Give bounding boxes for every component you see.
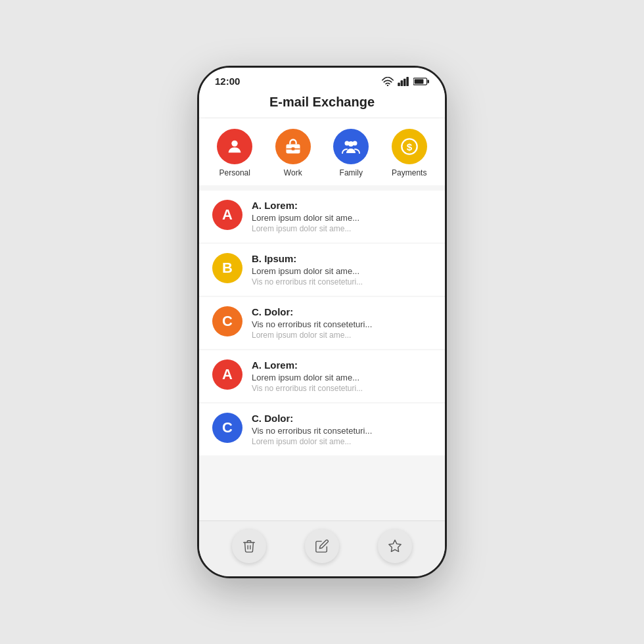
email-item[interactable]: A A. Lorem: Lorem ipsum dolor sit ame...… xyxy=(199,191,445,242)
work-icon-circle xyxy=(275,129,311,164)
email-preview: Lorem ipsum dolor sit ame... xyxy=(252,437,432,446)
avatar: A xyxy=(212,200,242,230)
svg-marker-17 xyxy=(389,540,401,551)
email-subject: Lorem ipsum dolor sit ame... xyxy=(252,373,432,382)
svg-rect-2 xyxy=(401,80,403,86)
app-title: E-mail Exchange xyxy=(269,95,375,109)
email-preview: Vis no erroribus rit conseteturi... xyxy=(252,277,432,287)
signal-icon xyxy=(398,77,409,86)
category-work[interactable]: Work xyxy=(275,129,311,177)
email-preview: Vis no erroribus rit conseteturi... xyxy=(252,384,432,393)
status-bar: 12:00 xyxy=(199,68,445,91)
wifi-icon xyxy=(382,77,394,86)
delete-button[interactable] xyxy=(232,529,266,563)
category-payments[interactable]: $ Payments xyxy=(392,129,427,177)
email-sender: A. Lorem: xyxy=(252,359,432,371)
category-personal[interactable]: Personal xyxy=(217,129,252,177)
family-group-icon xyxy=(342,137,360,156)
svg-rect-3 xyxy=(403,78,406,85)
email-preview: Lorem ipsum dolor sit ame... xyxy=(252,331,432,340)
family-label: Family xyxy=(340,168,363,177)
email-content: A. Lorem: Lorem ipsum dolor sit ame... V… xyxy=(252,359,432,393)
svg-rect-1 xyxy=(398,82,400,85)
email-item[interactable]: C C. Dolor: Vis no erroribus rit consete… xyxy=(199,403,445,455)
briefcase-icon xyxy=(284,137,302,156)
email-sender: A. Lorem: xyxy=(252,200,432,211)
email-content: B. Ipsum: Lorem ipsum dolor sit ame... V… xyxy=(252,253,432,287)
svg-point-14 xyxy=(348,141,354,147)
svg-rect-4 xyxy=(406,77,409,86)
email-sender: C. Dolor: xyxy=(252,306,432,317)
bottom-toolbar xyxy=(199,520,445,576)
personal-label: Personal xyxy=(219,168,250,177)
person-icon xyxy=(225,137,244,156)
email-item[interactable]: C C. Dolor: Vis no erroribus rit consete… xyxy=(199,297,445,349)
personal-icon-circle xyxy=(217,129,252,164)
app-header: E-mail Exchange xyxy=(199,91,445,118)
family-icon-circle xyxy=(333,129,369,164)
edit-button[interactable] xyxy=(305,529,339,563)
status-time: 12:00 xyxy=(215,76,240,87)
payments-icon-circle: $ xyxy=(392,129,427,164)
dollar-icon: $ xyxy=(400,137,419,156)
email-content: C. Dolor: Vis no erroribus rit consetetu… xyxy=(252,306,432,340)
avatar: A xyxy=(212,359,242,390)
trash-icon xyxy=(242,539,256,553)
email-sender: C. Dolor: xyxy=(252,413,432,424)
svg-point-0 xyxy=(387,84,388,85)
payments-label: Payments xyxy=(392,168,426,177)
battery-icon xyxy=(413,77,429,86)
star-button[interactable] xyxy=(378,529,412,563)
svg-rect-6 xyxy=(427,80,429,83)
svg-rect-7 xyxy=(415,79,424,83)
star-icon xyxy=(388,539,402,553)
svg-point-8 xyxy=(232,141,238,147)
email-subject: Vis no erroribus rit conseteturi... xyxy=(252,319,432,329)
email-list: A A. Lorem: Lorem ipsum dolor sit ame...… xyxy=(199,185,445,520)
email-subject: Lorem ipsum dolor sit ame... xyxy=(252,266,432,276)
status-icons xyxy=(382,77,429,86)
email-item[interactable]: A A. Lorem: Lorem ipsum dolor sit ame...… xyxy=(199,350,445,402)
email-content: C. Dolor: Vis no erroribus rit consetetu… xyxy=(252,413,432,446)
avatar: B xyxy=(212,253,242,283)
email-subject: Vis no erroribus rit conseteturi... xyxy=(252,426,432,436)
email-sender: B. Ipsum: xyxy=(252,253,432,264)
work-label: Work xyxy=(284,168,302,177)
svg-rect-11 xyxy=(291,147,294,150)
avatar: C xyxy=(212,306,242,336)
pencil-icon xyxy=(315,539,329,553)
email-subject: Lorem ipsum dolor sit ame... xyxy=(252,213,432,223)
phone-frame: 12:00 E-mail E xyxy=(197,66,447,578)
email-content: A. Lorem: Lorem ipsum dolor sit ame... L… xyxy=(252,200,432,233)
category-family[interactable]: Family xyxy=(333,129,369,177)
avatar: C xyxy=(212,413,242,443)
category-tabs: Personal Work xyxy=(199,118,445,185)
svg-text:$: $ xyxy=(407,141,413,152)
email-item[interactable]: B B. Ipsum: Lorem ipsum dolor sit ame...… xyxy=(199,244,445,296)
email-preview: Lorem ipsum dolor sit ame... xyxy=(252,224,432,233)
